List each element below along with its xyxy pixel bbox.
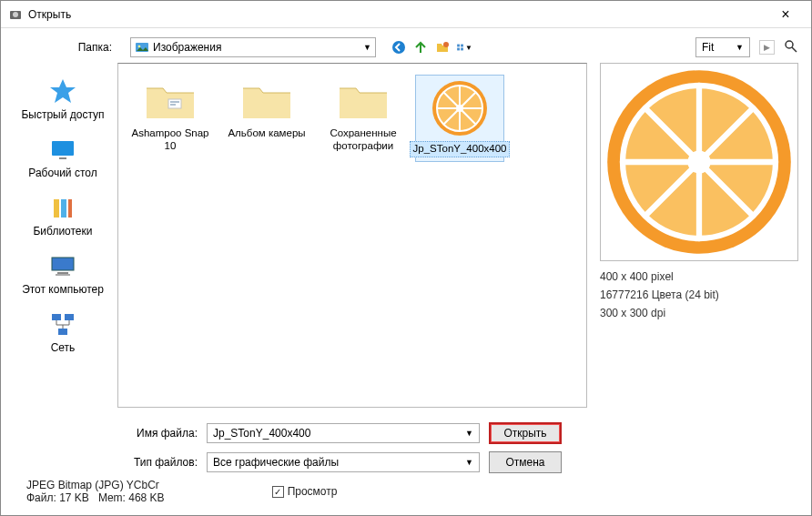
bottom-inputs: Имя файла: Jp_STonY_400x400 ▼ Открыть Ти…: [117, 408, 587, 473]
sidebar-item-label: Этот компьютер: [22, 283, 104, 296]
new-folder-icon[interactable]: [434, 39, 451, 56]
sidebar-item-quickaccess[interactable]: Быстрый доступ: [21, 77, 104, 121]
svg-rect-7: [461, 45, 463, 47]
svg-point-42: [687, 150, 710, 173]
svg-rect-6: [457, 45, 460, 47]
file-name: Jp_STonY_400x400: [410, 141, 511, 157]
status-sizes: Файл: 17 KB Mem: 468 KB: [26, 491, 165, 504]
preview-dpi: 300 x 300 dpi: [600, 307, 798, 319]
file-name: Ashampoo Snap 10: [128, 126, 212, 154]
orange-thumbnail: [431, 79, 489, 137]
pictures-icon: [135, 40, 149, 55]
sidebar-item-label: Быстрый доступ: [21, 108, 104, 121]
filetype-label: Тип файлов:: [117, 456, 198, 469]
chevron-down-icon: ▼: [736, 43, 744, 52]
topbar: Папка: Изображения ▼ ▼ Fit ▼ ▶: [1, 28, 811, 61]
nav-toolbar: ▼: [391, 39, 472, 56]
sidebar-item-label: Библиотеки: [33, 225, 92, 238]
play-icon[interactable]: ▶: [759, 40, 775, 55]
svg-point-10: [786, 41, 793, 48]
svg-point-4: [392, 41, 405, 54]
svg-rect-12: [52, 141, 74, 156]
fit-value: Fit: [702, 41, 714, 54]
chevron-down-icon: ▼: [363, 43, 371, 52]
places-sidebar: Быстрый доступ Рабочий стол Библиотеки Э…: [8, 61, 117, 473]
svg-rect-8: [457, 48, 460, 51]
preview-meta: 400 x 400 pixel 16777216 Цвета (24 bit) …: [600, 270, 798, 319]
preview-controls: Fit ▼ ▶: [695, 37, 798, 57]
file-name: Альбом камеры: [225, 126, 308, 141]
svg-point-3: [138, 46, 141, 48]
folder-value: Изображения: [153, 41, 221, 54]
filename-row: Имя файла: Jp_STonY_400x400 ▼ Открыть: [117, 422, 587, 444]
filetype-value: Все графические файлы: [213, 456, 339, 469]
orange-preview: [604, 66, 795, 258]
preview-checkbox[interactable]: ✓ Просмотр: [272, 485, 338, 498]
views-icon[interactable]: ▼: [456, 39, 472, 56]
svg-rect-17: [52, 258, 74, 270]
folder-icon: [239, 79, 294, 123]
back-icon[interactable]: [391, 39, 407, 56]
file-item-image[interactable]: Jp_STonY_400x400: [415, 75, 504, 162]
sidebar-item-computer[interactable]: Этот компьютер: [22, 252, 104, 296]
svg-point-1: [13, 12, 18, 17]
window-title: Открыть: [28, 8, 767, 21]
open-button[interactable]: Открыть: [489, 422, 562, 444]
preview-checkbox-label: Просмотр: [288, 485, 338, 498]
svg-point-5: [443, 42, 449, 47]
chevron-down-icon: ▼: [465, 429, 473, 438]
folder-dropdown[interactable]: Изображения ▼: [130, 37, 376, 57]
svg-rect-16: [68, 199, 72, 218]
svg-rect-15: [61, 199, 66, 218]
checkbox-icon: ✓: [272, 486, 284, 498]
file-list[interactable]: Ashampoo Snap 10 Альбом камеры Сохраненн…: [117, 63, 587, 408]
file-item-folder[interactable]: Ashampoo Snap 10: [126, 75, 215, 162]
sidebar-item-label: Сеть: [51, 341, 76, 354]
preview-image: [600, 63, 798, 261]
filetype-dropdown[interactable]: Все графические файлы ▼: [207, 452, 480, 472]
svg-rect-26: [170, 104, 176, 106]
sidebar-item-label: Рабочий стол: [28, 167, 96, 179]
svg-line-11: [792, 47, 797, 52]
open-dialog: Открыть × Папка: Изображения ▼ ▼ Fit ▼ ▶: [0, 0, 812, 516]
sidebar-item-network[interactable]: Сеть: [48, 310, 77, 354]
file-item-folder[interactable]: Сохраненные фотографии: [319, 75, 408, 162]
status-text: JPEG Bitmap (JPG) YCbCr Файл: 17 KB Mem:…: [26, 479, 165, 504]
filetype-row: Тип файлов: Все графические файлы ▼ Отме…: [117, 451, 587, 473]
filename-input[interactable]: Jp_STonY_400x400 ▼: [207, 423, 480, 443]
svg-rect-19: [57, 272, 68, 274]
filename-label: Имя файла:: [117, 427, 198, 440]
file-name: Сохраненные фотографии: [321, 126, 405, 154]
svg-rect-20: [56, 274, 70, 276]
svg-rect-22: [65, 314, 74, 320]
filename-value: Jp_STonY_400x400: [213, 427, 310, 440]
chevron-down-icon: ▼: [465, 458, 473, 467]
svg-rect-21: [52, 314, 61, 320]
star-icon: [48, 77, 77, 106]
folder-label: Папка:: [14, 41, 123, 54]
libraries-icon: [48, 194, 77, 223]
file-item-folder[interactable]: Альбом камеры: [222, 75, 311, 162]
zoom-icon[interactable]: [784, 39, 798, 56]
computer-icon: [48, 252, 77, 281]
svg-rect-23: [58, 329, 67, 335]
preview-colors: 16777216 Цвета (24 bit): [600, 288, 798, 301]
cancel-button[interactable]: Отмена: [489, 451, 562, 473]
sidebar-item-libraries[interactable]: Библиотеки: [33, 194, 92, 238]
svg-rect-9: [461, 48, 463, 51]
svg-rect-13: [59, 157, 66, 159]
folder-icon: [143, 79, 198, 123]
preview-pane: 400 x 400 pixel 16777216 Цвета (24 bit) …: [600, 61, 798, 473]
svg-rect-25: [170, 101, 179, 103]
titlebar: Открыть ×: [1, 1, 811, 28]
network-icon: [48, 310, 77, 339]
fit-dropdown[interactable]: Fit ▼: [695, 37, 750, 57]
preview-dimensions: 400 x 400 pixel: [600, 270, 798, 283]
desktop-icon: [48, 136, 77, 165]
close-button[interactable]: ×: [767, 6, 804, 23]
app-icon: [8, 7, 23, 22]
svg-point-34: [456, 105, 463, 112]
main-area: Быстрый доступ Рабочий стол Библиотеки Э…: [1, 61, 811, 473]
sidebar-item-desktop[interactable]: Рабочий стол: [28, 136, 96, 179]
up-icon[interactable]: [412, 39, 429, 56]
